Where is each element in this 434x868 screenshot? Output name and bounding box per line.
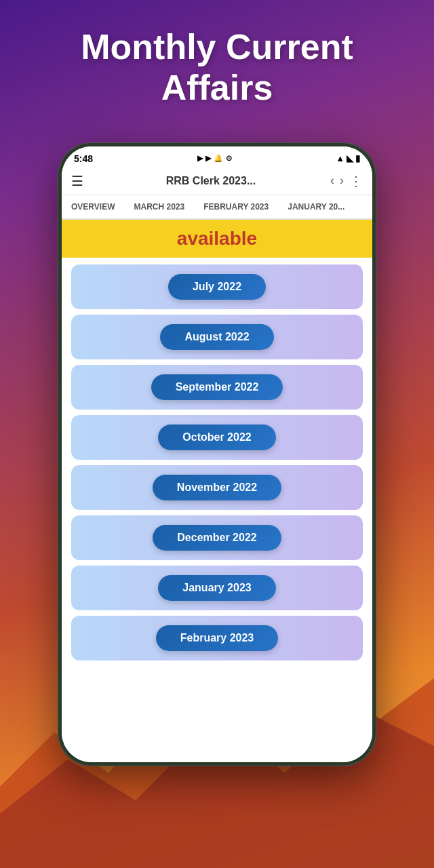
tab-january-2023[interactable]: JANUARY 20... — [278, 195, 354, 220]
month-button-december-2022[interactable]: December 2022 — [153, 525, 281, 551]
content-area[interactable]: July 2022 August 2022 September 2022 Oct… — [62, 258, 372, 762]
month-row-february-2023[interactable]: February 2023 — [71, 616, 363, 660]
signal-icon: ◣ — [347, 153, 353, 163]
page-title: Monthly Current Affairs — [0, 0, 434, 122]
circle-icon: ⊙ — [226, 154, 232, 163]
tab-bar: OVERVIEW MARCH 2023 FEBRUARY 2023 JANUAR… — [62, 195, 372, 220]
play2-icon: ▶ — [205, 154, 211, 163]
month-row-december-2022[interactable]: December 2022 — [71, 515, 363, 560]
phone-screen: 5:48 ▶ ▶ 🔔 ⊙ ▲ ◣ ▮ ☰ RRB Clerk 2023... — [62, 146, 372, 762]
month-button-february-2023[interactable]: February 2023 — [156, 625, 279, 651]
status-time: 5:48 — [74, 153, 93, 164]
month-row-january-2023[interactable]: January 2023 — [71, 566, 363, 610]
bell-icon: 🔔 — [214, 154, 223, 163]
month-button-november-2022[interactable]: November 2022 — [153, 475, 281, 500]
phone-mockup: 5:48 ▶ ▶ 🔔 ⊙ ▲ ◣ ▮ ☰ RRB Clerk 2023... — [58, 142, 376, 766]
month-row-july-2022[interactable]: July 2022 — [71, 264, 363, 309]
hamburger-menu-icon[interactable]: ☰ — [71, 173, 83, 189]
status-icons: ▶ ▶ 🔔 ⊙ — [197, 154, 232, 163]
app-header-title: RRB Clerk 2023... — [92, 175, 330, 187]
month-button-october-2022[interactable]: October 2022 — [158, 425, 275, 450]
signal-icons: ▲ ◣ ▮ — [336, 153, 360, 163]
month-button-july-2022[interactable]: July 2022 — [168, 274, 266, 300]
battery-icon: ▮ — [355, 153, 360, 163]
status-bar: 5:48 ▶ ▶ 🔔 ⊙ ▲ ◣ ▮ — [62, 146, 372, 167]
available-banner: available — [62, 220, 372, 258]
tab-overview[interactable]: OVERVIEW — [62, 195, 124, 220]
tab-march-2023[interactable]: MARCH 2023 — [124, 195, 194, 220]
month-row-october-2022[interactable]: October 2022 — [71, 415, 363, 460]
phone-frame: 5:48 ▶ ▶ 🔔 ⊙ ▲ ◣ ▮ ☰ RRB Clerk 2023... — [58, 142, 376, 766]
header-navigation: ‹ › ⋮ — [330, 173, 363, 189]
more-options-icon[interactable]: ⋮ — [349, 173, 363, 189]
app-header: ☰ RRB Clerk 2023... ‹ › ⋮ — [62, 167, 372, 195]
tab-february-2023[interactable]: FEBRUARY 2023 — [194, 195, 278, 220]
month-button-january-2023[interactable]: January 2023 — [158, 575, 275, 601]
month-row-august-2022[interactable]: August 2022 — [71, 315, 363, 359]
back-arrow-icon[interactable]: ‹ — [330, 174, 334, 188]
wifi-icon: ▲ — [336, 153, 344, 163]
month-button-august-2022[interactable]: August 2022 — [160, 324, 273, 350]
month-button-september-2022[interactable]: September 2022 — [151, 374, 283, 400]
month-row-november-2022[interactable]: November 2022 — [71, 465, 363, 510]
month-row-september-2022[interactable]: September 2022 — [71, 365, 363, 410]
forward-arrow-icon[interactable]: › — [340, 174, 344, 188]
play-icon: ▶ — [197, 154, 203, 163]
